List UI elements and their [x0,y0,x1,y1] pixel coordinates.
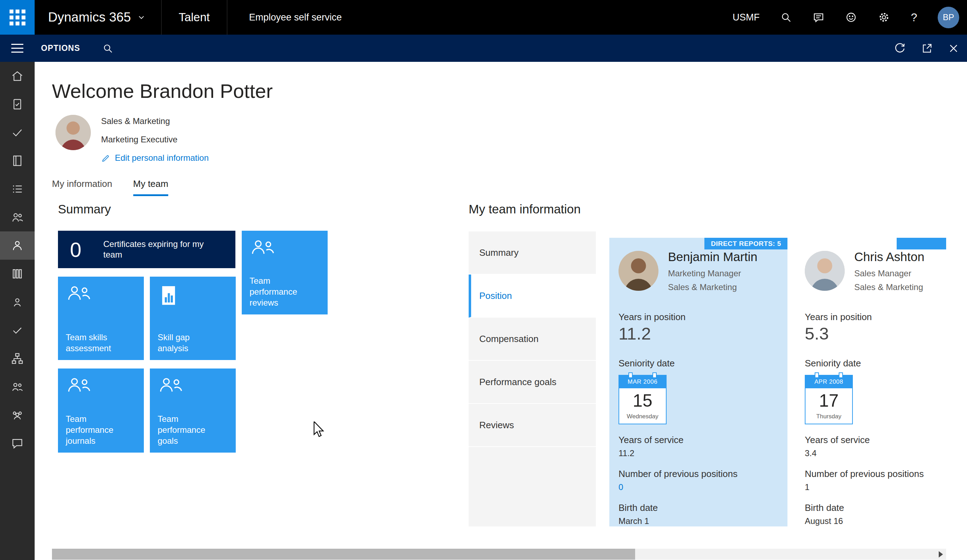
tile-label: Team performance reviews [249,275,310,308]
settings-button[interactable] [878,11,890,24]
calendar-weekday: Wednesday [619,413,666,423]
team-performance-goals-tile[interactable]: Team performance goals [150,369,236,453]
sidebar-item-approvals[interactable] [0,316,35,344]
search-button[interactable] [780,11,792,23]
close-button[interactable] [948,43,959,54]
sidebar-item-journal[interactable] [0,147,35,175]
team-performance-journals-tile[interactable]: Team performance journals [58,369,144,453]
birth-date-label: Birth date [619,502,658,513]
people-pair-icon [11,380,24,394]
seniority-date-calendar: APR 2008 17 Thursday [805,375,853,424]
birth-date-label: Birth date [805,502,844,513]
tab-my-team[interactable]: My team [133,178,168,196]
team-member-card[interactable]: DIRECT REPORTS: 5 Benjamin Martin Market… [609,238,787,526]
tab-label: My information [52,178,112,189]
sidebar-item-employee-self-service[interactable] [0,231,35,260]
sidebar-item-feedback[interactable] [0,429,35,458]
team-icon [249,239,276,259]
team-icon [11,211,24,224]
person-photo-placeholder [805,251,845,291]
direct-reports-badge[interactable]: DIRECT REPORTS: 5 [705,238,787,249]
actionbar-search-button[interactable] [102,43,114,54]
feedback-chat-icon [11,437,24,450]
certificates-expiring-tile[interactable]: 0 Certificates expiring for my team [58,231,235,268]
sidebar-item-library[interactable] [0,260,35,288]
skill-gap-analysis-tile[interactable]: Skill gap analysis [150,277,236,360]
feedback-button[interactable] [813,11,825,23]
settings-gear-icon [878,11,890,24]
previous-positions-value[interactable]: 0 [619,482,623,492]
hamburger-menu-button[interactable] [0,35,35,62]
options-menu[interactable]: OPTIONS [41,43,80,53]
horizontal-scrollbar[interactable] [52,549,946,560]
direct-reports-badge[interactable] [897,238,946,249]
menu-item-reviews[interactable]: Reviews [469,404,596,447]
years-in-position-value: 11.2 [619,324,651,343]
hamburger-icon [11,44,23,45]
pencil-icon [101,153,111,163]
menu-item-summary[interactable]: Summary [469,231,596,275]
scrollbar-thumb[interactable] [52,549,635,560]
person-photo-placeholder [619,251,658,291]
tab-strip: My information My team [52,178,168,196]
tile-label: Team skills assessment [66,332,126,354]
page-title: Employee self service [249,12,342,23]
previous-positions-label: Number of previous positions [619,468,738,479]
list-icon [11,182,24,196]
refresh-button[interactable] [893,42,906,55]
team-member-card[interactable]: Chris Ashton Sales Manager Sales & Marke… [795,238,946,526]
team-skills-assessment-tile[interactable]: Team skills assessment [58,277,144,360]
team-icon [158,376,185,397]
menu-item-position[interactable]: Position [469,275,596,318]
tile-label: Team performance goals [158,413,218,446]
app-launcher-button[interactable] [0,0,35,35]
help-button[interactable]: ? [911,11,917,24]
module-name[interactable]: Talent [162,0,226,35]
tab-my-information[interactable]: My information [52,178,112,196]
edit-personal-information-link[interactable]: Edit personal information [101,153,208,163]
sidebar-item-groups[interactable] [0,401,35,429]
user-photo [56,115,91,150]
years-in-position-label: Years in position [805,311,872,323]
menu-item-compensation[interactable]: Compensation [469,318,596,361]
sidebar-item-tasks[interactable] [0,90,35,119]
sidebar-item-contacts[interactable] [0,288,35,316]
scrollbar-right-arrow[interactable] [939,551,943,558]
tasks-check-icon [11,126,24,139]
certificates-count-label: Certificates expiring for my team [103,239,223,260]
main-content: Welcome Brandon Potter Sales & Marketing… [35,62,967,560]
years-of-service-value: 3.4 [805,448,817,458]
org-chart-icon [11,352,24,365]
team-info-menu: Summary Position Compensation Performanc… [469,231,596,526]
certificates-count: 0 [70,238,81,262]
app-name: Dynamics 365 [48,10,131,25]
sidebar-item-org-chart[interactable] [0,344,35,373]
sidebar-item-team[interactable] [0,203,35,231]
team-performance-reviews-tile[interactable]: Team performance reviews [242,231,328,315]
profile-info: Sales & Marketing Marketing Executive Ed… [101,112,208,167]
menu-item-label: Performance goals [479,377,556,387]
employee-job-title: Marketing Manager [668,268,741,278]
years-of-service-value: 11.2 [619,448,634,458]
sidebar-item-people[interactable] [0,373,35,401]
seniority-date-label: Seniority date [805,358,861,369]
sidebar-item-todo[interactable] [0,119,35,147]
summary-heading: Summary [58,202,344,216]
team-info-heading: My team information [469,202,946,216]
menu-item-performance-goals[interactable]: Performance goals [469,361,596,404]
user-avatar[interactable]: BP [938,7,959,28]
open-in-new-window-button[interactable] [921,43,933,54]
sentiment-button[interactable] [845,11,857,23]
department-text: Sales & Marketing [101,112,208,130]
app-switcher[interactable]: Dynamics 365 [35,0,161,35]
topbar-actions: USMF ? BP [733,7,967,28]
tile-label: Skill gap analysis [158,332,218,354]
refresh-icon [893,42,906,55]
sidebar-item-home[interactable] [0,62,35,90]
company-selector[interactable]: USMF [733,12,760,23]
employee-job-title: Sales Manager [854,268,911,278]
sidebar-item-list[interactable] [0,175,35,203]
calendar-binding [629,372,633,378]
years-in-position-label: Years in position [619,311,686,323]
divider [227,0,227,35]
